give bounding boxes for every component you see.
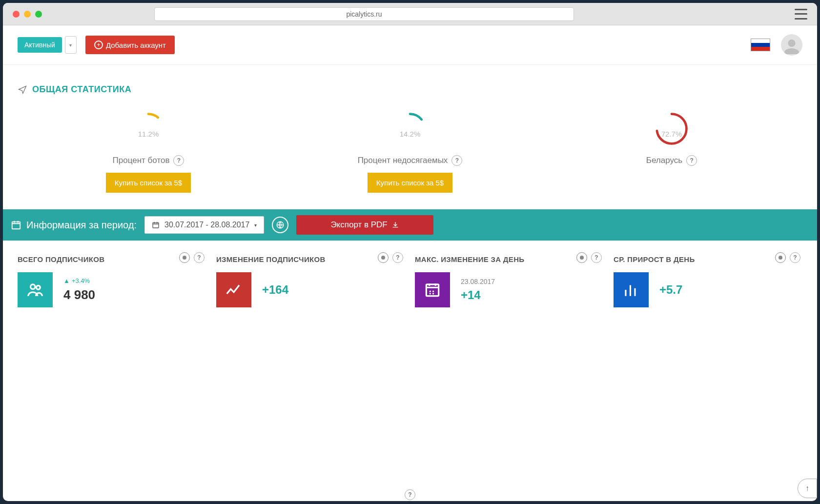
calendar-icon: [11, 220, 21, 230]
menu-icon[interactable]: [795, 9, 807, 20]
metric-followers-change: ? ИЗМЕНЕНИЕ ПОДПИСЧИКОВ +164: [216, 255, 405, 307]
svg-point-6: [31, 284, 36, 289]
calendar-icon: [152, 221, 160, 229]
export-pdf-label: Экспорт в PDF: [330, 220, 387, 230]
url-text: picalytics.ru: [346, 10, 382, 18]
gauge-card-unreachable: 14.2% Процент недосягаемых ? Купить спис…: [279, 109, 541, 193]
buy-list-label: Купить список за 5$: [115, 179, 182, 187]
account-dropdown-toggle[interactable]: ▾: [65, 36, 77, 54]
svg-point-7: [36, 285, 40, 289]
svg-point-9: [430, 291, 431, 292]
chevron-down-icon: ▾: [254, 222, 257, 228]
add-account-button[interactable]: + Добавить аккаунт: [85, 36, 175, 54]
users-icon: [18, 272, 53, 307]
bar-chart-icon: [614, 272, 649, 307]
metric-title: СР. ПРИРОСТ В ДЕНЬ: [614, 255, 802, 263]
help-icon[interactable]: ?: [591, 252, 602, 263]
active-account-label: Активный: [24, 41, 55, 49]
section-title-text: ОБЩАЯ СТАТИСТИКА: [32, 84, 131, 95]
metric-delta: ▲ +3.4%: [63, 277, 95, 284]
gauge-row: 11.2% Процент ботов ? Купить список за 5…: [3, 100, 817, 209]
minimize-window-icon[interactable]: [24, 11, 31, 18]
help-icon[interactable]: ?: [173, 155, 184, 166]
target-icon[interactable]: [576, 252, 587, 263]
maximize-window-icon[interactable]: [35, 11, 42, 18]
active-account-button[interactable]: Активный: [18, 37, 62, 53]
period-bar: Информация за период: 30.07.2017 - 28.08…: [3, 209, 817, 241]
gauge-label: Процент ботов: [113, 156, 170, 165]
metric-date: 23.08.2017: [461, 278, 495, 285]
svg-point-11: [430, 293, 431, 294]
add-account-label: Добавить аккаунт: [106, 41, 166, 49]
send-icon: [18, 85, 27, 95]
help-icon[interactable]: ?: [790, 252, 800, 263]
svg-point-10: [432, 291, 434, 292]
target-icon[interactable]: [378, 252, 389, 263]
trend-icon: [216, 272, 251, 307]
globe-icon: [276, 221, 285, 229]
export-pdf-button[interactable]: Экспорт в PDF: [296, 215, 433, 235]
globe-button[interactable]: [272, 217, 288, 233]
metric-row: ? ВСЕГО ПОДПИСЧИКОВ ▲ +3.4% 4 980 ? ИЗМЕ…: [3, 241, 817, 322]
svg-rect-4: [153, 222, 159, 228]
help-icon[interactable]: ?: [686, 155, 697, 166]
metric-value: 4 980: [63, 287, 95, 302]
gauge-arc: 72.7%: [645, 109, 698, 148]
gauge-arc: 11.2%: [122, 109, 175, 148]
metric-value: +164: [262, 283, 288, 297]
gauge-percent: 14.2%: [400, 130, 421, 138]
svg-rect-3: [12, 222, 20, 229]
svg-rect-8: [426, 284, 438, 296]
user-avatar[interactable]: [781, 34, 802, 56]
gauge-label: Беларусь: [646, 156, 682, 165]
svg-point-0: [134, 114, 164, 144]
period-title: Информация за период:: [26, 220, 137, 231]
buy-list-button[interactable]: Купить список за 5$: [106, 173, 191, 193]
metric-title: ВСЕГО ПОДПИСЧИКОВ: [18, 255, 206, 263]
help-icon[interactable]: ?: [194, 252, 205, 263]
calendar-icon: [415, 272, 450, 307]
window-controls: [13, 11, 42, 18]
gauge-arc: 14.2%: [383, 109, 437, 148]
buy-list-button[interactable]: Купить список за 5$: [368, 173, 452, 193]
gauge-card-belarus: 72.7% Беларусь ?: [541, 109, 802, 193]
plus-icon: +: [94, 40, 103, 49]
metric-title: МАКС. ИЗМЕНЕНИЕ ЗА ДЕНЬ: [415, 255, 604, 263]
chevron-down-icon: ▾: [69, 42, 72, 48]
svg-point-1: [395, 114, 425, 144]
help-icon[interactable]: ?: [405, 489, 415, 500]
help-icon[interactable]: ?: [392, 252, 403, 263]
target-icon[interactable]: [775, 252, 786, 263]
close-window-icon[interactable]: [13, 11, 20, 18]
language-flag-ru[interactable]: [751, 39, 770, 51]
download-icon: [391, 221, 399, 229]
svg-point-12: [432, 293, 434, 294]
help-icon[interactable]: ?: [451, 155, 462, 166]
app-window: picalytics.ru Активный ▾ + Добавить акка…: [3, 3, 817, 501]
target-icon[interactable]: [179, 252, 190, 263]
app-header: Активный ▾ + Добавить аккаунт: [3, 25, 817, 65]
metric-max-day-change: ? МАКС. ИЗМЕНЕНИЕ ЗА ДЕНЬ 23.08.2017 +14: [415, 255, 604, 307]
buy-list-label: Купить список за 5$: [376, 179, 444, 187]
gauge-percent: 11.2%: [138, 130, 159, 138]
metric-avg-growth: ? СР. ПРИРОСТ В ДЕНЬ +5.7: [614, 255, 802, 307]
metric-title: ИЗМЕНЕНИЕ ПОДПИСЧИКОВ: [216, 255, 405, 263]
metric-total-followers: ? ВСЕГО ПОДПИСЧИКОВ ▲ +3.4% 4 980: [18, 255, 206, 307]
svg-point-2: [657, 114, 687, 144]
gauge-label: Процент недосягаемых: [358, 156, 448, 165]
date-range-text: 30.07.2017 - 28.08.2017: [164, 221, 249, 229]
date-range-picker[interactable]: 30.07.2017 - 28.08.2017 ▾: [144, 216, 264, 234]
browser-chrome: picalytics.ru: [3, 3, 817, 25]
section-title: ОБЩАЯ СТАТИСТИКА: [3, 65, 817, 100]
scroll-to-top-button[interactable]: ↑: [798, 479, 817, 498]
gauge-percent: 72.7%: [661, 130, 682, 138]
metric-value: +14: [461, 288, 495, 302]
gauge-card-bots: 11.2% Процент ботов ? Купить список за 5…: [18, 109, 279, 193]
metric-value: +5.7: [659, 283, 682, 297]
url-bar[interactable]: picalytics.ru: [154, 7, 574, 21]
